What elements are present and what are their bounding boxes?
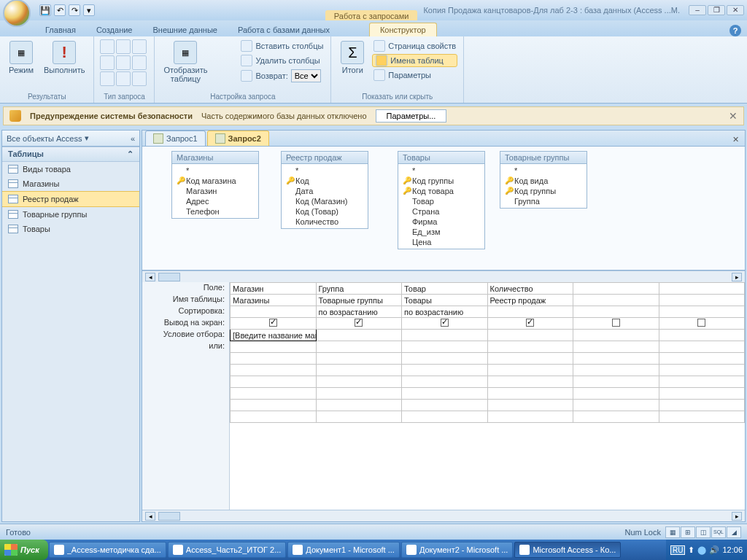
union-query-icon[interactable] [100,71,115,86]
tab-dbtools[interactable]: Работа с базами данных [228,23,340,36]
grid-cell[interactable] [316,365,402,376]
table-field[interactable]: 🔑Код вида [505,176,582,186]
taskbar-button[interactable]: _Access-методичка сда... [49,542,166,558]
grid-cell[interactable] [402,318,488,330]
table-box-header[interactable]: Товары [398,152,484,164]
table-field[interactable]: Код (Товар) [286,206,363,217]
grid-cell[interactable]: Количество [487,283,573,295]
grid-cell[interactable] [402,353,488,365]
checkbox[interactable] [355,319,363,327]
grid-cell[interactable]: [Введите название магазина] [231,330,317,341]
table-field[interactable]: 🔑Код товара [403,186,480,196]
nav-item-table[interactable]: Виды товара [2,162,139,176]
grid-cell[interactable] [231,388,317,400]
property-sheet-button[interactable]: Страница свойств [372,39,457,52]
checkbox[interactable] [526,319,534,327]
grid-cell[interactable] [231,318,317,330]
grid-cell[interactable] [402,411,488,423]
tab-home[interactable]: Главная [35,23,86,36]
qat-customize-icon[interactable]: ▾ [83,4,95,16]
grid-cell[interactable] [487,376,573,388]
nav-item-table[interactable]: Магазины [2,176,139,191]
table-field[interactable]: Цена [403,237,480,247]
grid-cell[interactable] [316,353,402,365]
delete-rows-icon[interactable] [214,55,229,70]
grid-cell[interactable] [659,306,745,318]
grid-cell[interactable] [231,411,317,423]
table-field[interactable]: Фирма [403,217,480,227]
grid-cell[interactable]: Группа [316,283,402,295]
scroll-thumb[interactable] [158,273,180,281]
tab-external[interactable]: Внешние данные [143,23,228,36]
grid-cell[interactable] [573,388,659,400]
grid-cell[interactable] [573,283,659,295]
table-field[interactable]: * [505,166,582,176]
table-field[interactable]: 🔑Код группы [403,176,480,186]
grid-cell[interactable] [573,330,659,341]
grid-cell[interactable] [659,400,745,411]
doc-close-icon[interactable]: ✕ [727,133,745,146]
relationship-diagram[interactable]: Магазины*🔑Код магазинаМагазинАдресТелефо… [142,147,745,271]
maketable-query-icon[interactable] [116,39,131,54]
redo-icon[interactable]: ↷ [69,4,80,16]
grid-cell[interactable] [316,376,402,388]
table-box-header[interactable]: Магазины [172,152,258,164]
diagram-hscrollbar[interactable]: ◂ ▸ [142,271,745,282]
checkbox[interactable] [269,319,277,327]
grid-cell[interactable] [659,365,745,376]
grid-cell[interactable] [231,365,317,376]
start-button[interactable]: Пуск [0,540,48,560]
grid-cell[interactable]: Товар [402,283,488,295]
grid-cell[interactable] [573,365,659,376]
nav-header[interactable]: Все объекты Access▾ « [2,131,139,147]
grid-cell[interactable] [402,376,488,388]
grid-cell[interactable]: по возрастанию [316,306,402,318]
grid-cell[interactable]: Магазины [231,295,317,306]
grid-cell[interactable] [231,400,317,411]
grid-cell[interactable] [231,341,317,353]
grid-cell[interactable] [231,306,317,318]
grid-cell[interactable] [402,388,488,400]
save-icon[interactable]: 💾 [39,4,51,16]
view-pivotchart-icon[interactable]: ◫ [696,526,711,538]
undo-icon[interactable]: ↶ [54,4,66,16]
table-field[interactable]: * [177,166,254,176]
nav-item-table[interactable]: Реестр продаж [2,191,139,207]
grid-cell[interactable] [316,411,402,423]
grid-cell[interactable] [659,388,745,400]
table-field[interactable]: Дата [286,186,363,196]
parameters-button[interactable]: Параметры [372,69,457,82]
grid-cell[interactable] [487,365,573,376]
grid-cell[interactable] [316,341,402,353]
security-close-icon[interactable]: ✕ [729,110,738,122]
nav-item-table[interactable]: Товары [2,222,139,236]
grid-cell[interactable] [316,318,402,330]
grid-cell[interactable]: Реестр продаж [487,295,573,306]
crosstab-query-icon[interactable] [116,55,131,70]
grid-cell[interactable] [573,411,659,423]
grid-cell[interactable] [402,330,488,341]
grid-cell[interactable] [659,283,745,295]
view-datasheet-icon[interactable]: ▦ [665,526,680,538]
grid-cell[interactable] [316,400,402,411]
office-button[interactable] [3,0,31,27]
grid-cell[interactable] [402,341,488,353]
table-field[interactable]: Код (Магазин) [286,196,363,206]
table-field[interactable]: * [403,166,480,176]
grid-cell[interactable] [659,341,745,353]
grid-cell[interactable] [573,306,659,318]
nav-group-tables[interactable]: Таблицы⌃ [2,147,139,162]
tray-icon[interactable]: 🔊 [709,545,719,555]
table-field[interactable]: 🔑Код [286,176,363,186]
taskbar-button[interactable]: Microsoft Access - Ко... [514,542,621,558]
view-pivottable-icon[interactable]: ⊞ [681,526,695,538]
append-query-icon[interactable] [132,39,147,54]
minimize-icon[interactable]: – [689,5,706,15]
table-box-header[interactable]: Реестр продаж [282,152,368,164]
clock[interactable]: 12:06 [722,545,743,554]
grid-cell[interactable] [659,411,745,423]
language-indicator[interactable]: RU [670,545,685,555]
tab-create[interactable]: Создание [86,23,143,36]
taskbar-button[interactable]: Документ1 - Microsoft ... [287,542,400,558]
checkbox[interactable] [697,319,705,327]
